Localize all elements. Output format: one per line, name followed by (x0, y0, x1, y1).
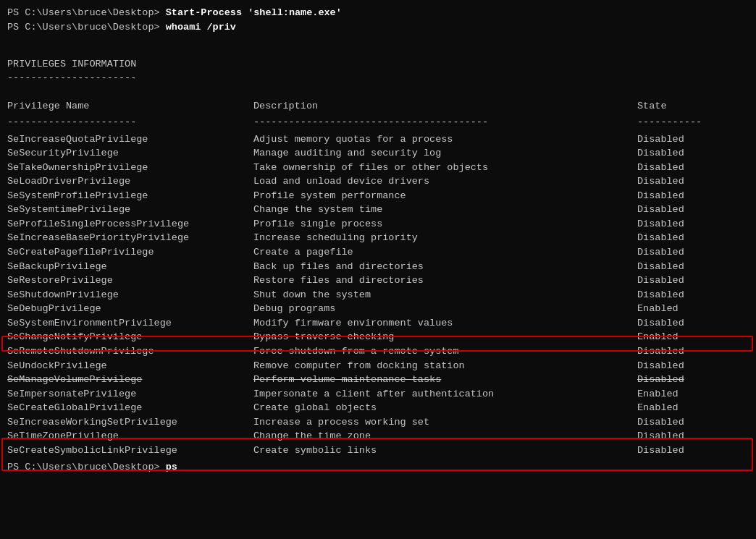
priv-state: Disabled (637, 415, 684, 430)
priv-state: Disabled (637, 260, 684, 274)
blank-line-2 (7, 85, 749, 100)
table-row: SeCreateGlobalPrivilegeCreate global obj… (7, 401, 749, 415)
priv-desc: Create symbolic links (253, 443, 637, 458)
table-row: SeRestorePrivilegeRestore files and dire… (7, 273, 749, 288)
table-row: SeCreateSymbolicLinkPrivilegeCreate symb… (7, 443, 749, 458)
priv-name: SeBackupPrivilege (7, 260, 253, 274)
priv-desc: Restore files and directories (253, 273, 637, 288)
priv-state: Disabled (637, 373, 684, 387)
table-row: SeProfileSingleProcessPrivilegeProfile s… (7, 217, 749, 232)
priv-desc: Profile single process (253, 217, 637, 232)
priv-desc: Perform volume maintenance tasks (253, 373, 637, 387)
table-row: SeSystemtimePrivilegeChange the system t… (7, 203, 749, 217)
priv-name: SeImpersonatePrivilege (7, 387, 253, 402)
priv-desc: Modify firmware environment values (253, 316, 637, 331)
col-header-name: Privilege Name (7, 99, 253, 114)
priv-name: SeIncreaseBasePriorityPrivilege (7, 231, 253, 245)
priv-name: SeSecurityPrivilege (7, 146, 253, 161)
priv-name: SeSystemtimePrivilege (7, 203, 253, 217)
priv-desc: Change the time zone (253, 429, 637, 443)
priv-name: SeRemoteShutdownPrivilege (7, 344, 253, 359)
table-row: SeSecurityPrivilegeManage auditing and s… (7, 146, 749, 161)
table-row: SeShutdownPrivilegeShut down the systemD… (7, 288, 749, 302)
col-header-desc: Description (253, 99, 637, 114)
priv-state: Disabled (637, 316, 684, 331)
section-divider: ---------------------- (7, 71, 749, 85)
prompt-line-2: PS C:\Users\bruce\Desktop> whoami /priv (7, 20, 749, 35)
priv-name: SeDebugPrivilege (7, 302, 253, 316)
priv-state: Disabled (637, 203, 684, 217)
prompt-line-1: PS C:\Users\bruce\Desktop> Start-Process… (7, 6, 749, 20)
priv-name: SeManageVolumePrivilege (7, 373, 253, 387)
priv-state: Enabled (637, 330, 679, 344)
table-row: SeManageVolumePrivilegePerform volume ma… (7, 373, 749, 387)
priv-name: SeRestorePrivilege (7, 273, 253, 288)
blank-line-1 (7, 40, 749, 54)
prompt-path-2: PS C:\Users\bruce\Desktop> (7, 22, 166, 33)
priv-desc: Force shutdown from a remote system (253, 344, 637, 359)
priv-desc: Bypass traverse checking (253, 330, 637, 344)
priv-name: SeLoadDriverPrivilege (7, 174, 253, 189)
priv-state: Disabled (637, 161, 684, 175)
priv-state: Enabled (637, 401, 679, 415)
table-row: SeBackupPrivilegeBack up files and direc… (7, 260, 749, 274)
table-row: SeSystemProfilePrivilegeProfile system p… (7, 189, 749, 203)
priv-desc: Increase scheduling priority (253, 231, 637, 245)
prompt-path-1: PS C:\Users\bruce\Desktop> (7, 7, 166, 18)
priv-name: SeCreateSymbolicLinkPrivilege (7, 443, 253, 458)
table-row: SeIncreaseWorkingSetPrivilegeIncrease a … (7, 415, 749, 430)
priv-desc: Create global objects (253, 401, 637, 415)
table-row: SeChangeNotifyPrivilegeBypass traverse c… (7, 330, 749, 344)
table-row: SeSystemEnvironmentPrivilegeModify firmw… (7, 316, 749, 331)
table-row: SeImpersonatePrivilegeImpersonate a clie… (7, 387, 749, 402)
priv-desc: Take ownership of files or other objects (253, 161, 637, 175)
priv-desc: Increase a process working set (253, 415, 637, 430)
col-divider-name: ---------------------- (7, 115, 253, 130)
col-divider-state: ----------- (637, 115, 702, 130)
priv-desc: Shut down the system (253, 288, 637, 302)
priv-desc: Back up files and directories (253, 260, 637, 274)
terminal: PS C:\Users\bruce\Desktop> Start-Process… (0, 0, 756, 539)
priv-state: Disabled (637, 217, 684, 232)
priv-name: SeCreateGlobalPrivilege (7, 401, 253, 415)
priv-state: Disabled (637, 443, 684, 458)
table-row: SeDebugPrivilegeDebug programsEnabled (7, 302, 749, 316)
table-row: SeCreatePagefilePrivilegeCreate a pagefi… (7, 245, 749, 260)
priv-state: Disabled (637, 231, 684, 245)
priv-name: SeCreatePagefilePrivilege (7, 245, 253, 260)
privileges-table: Privilege Name Description State -------… (7, 99, 749, 457)
priv-state: Disabled (637, 146, 684, 161)
priv-desc: Load and unload device drivers (253, 174, 637, 189)
prompt-line-last: PS C:\Users\bruce\Desktop> ps (7, 460, 749, 475)
priv-desc: Change the system time (253, 203, 637, 217)
priv-state: Disabled (637, 189, 684, 203)
priv-name: SeIncreaseQuotaPrivilege (7, 132, 253, 147)
priv-state: Enabled (637, 302, 679, 316)
priv-desc: Create a pagefile (253, 245, 637, 260)
table-row: SeIncreaseBasePriorityPrivilegeIncrease … (7, 231, 749, 245)
priv-state: Disabled (637, 132, 684, 147)
priv-desc: Adjust memory quotas for a process (253, 132, 637, 147)
table-row: SeTakeOwnershipPrivilegeTake ownership o… (7, 161, 749, 175)
priv-name: SeSystemEnvironmentPrivilege (7, 316, 253, 331)
priv-name: SeIncreaseWorkingSetPrivilege (7, 415, 253, 430)
table-row: SeUndockPrivilegeRemove computer from do… (7, 359, 749, 373)
col-header-state: State (637, 99, 667, 114)
table-row: SeRemoteShutdownPrivilegeForce shutdown … (7, 344, 749, 359)
priv-state: Disabled (637, 288, 684, 302)
cmd-last: ps (166, 462, 177, 472)
priv-name: SeChangeNotifyPrivilege (7, 330, 253, 344)
priv-state: Enabled (637, 387, 679, 402)
priv-name: SeTakeOwnershipPrivilege (7, 161, 253, 175)
priv-desc: Impersonate a client after authenticatio… (253, 387, 637, 402)
priv-state: Disabled (637, 245, 684, 260)
table-row: SeTimeZonePrivilegeChange the time zoneD… (7, 429, 749, 443)
cmd-1: Start-Process 'shell:name.exe' (166, 7, 342, 18)
table-divider: ---------------------- -----------------… (7, 115, 749, 130)
priv-desc: Debug programs (253, 302, 637, 316)
priv-state: Disabled (637, 359, 684, 373)
section-title: PRIVILEGES INFORMATION (7, 57, 749, 72)
priv-name: SeProfileSingleProcessPrivilege (7, 217, 253, 232)
col-divider-desc: ---------------------------------------- (253, 115, 637, 130)
priv-desc: Remove computer from docking station (253, 359, 637, 373)
